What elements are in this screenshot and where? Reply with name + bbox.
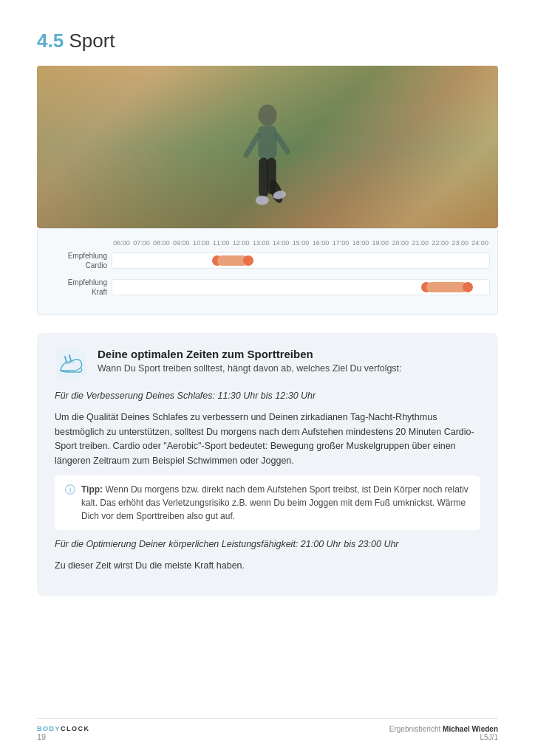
info-title: Deine optimalen Zeiten zum Sporttreiben [98, 348, 402, 360]
info-box-header: Deine optimalen Zeiten zum Sporttreiben … [55, 348, 480, 380]
footer-brand-clock: CLOCK [61, 725, 90, 732]
timeline-row-cardio: EmpfehlungCardio [45, 251, 490, 270]
hour-label-16: 22:00 [430, 239, 450, 247]
footer-report: Ergebnisbericht Michael Wieden [389, 725, 498, 733]
section2-label: Für die Optimierung Deiner körperlichen … [55, 537, 480, 551]
section1-label: Für die Verbesserung Deines Schlafes: 11… [55, 389, 480, 403]
timeline-container: 06:00 07:00 08:00 09:00 10:00 11:00 12:0… [37, 228, 498, 315]
timeline-header: 06:00 07:00 08:00 09:00 10:00 11:00 12:0… [112, 239, 490, 247]
hero-image [37, 66, 498, 228]
section-title: 4.5 Sport [37, 30, 498, 52]
hour-label-10: 16:00 [311, 239, 331, 247]
info-content: Für die Verbesserung Deines Schlafes: 11… [55, 389, 480, 574]
hour-label-17: 23:00 [450, 239, 470, 247]
hour-label-13: 19:00 [370, 239, 390, 247]
svg-line-3 [277, 135, 287, 152]
section2-body: Zu dieser Zeit wirst Du die meiste Kraft… [55, 559, 480, 573]
footer: BODYCLOCK 19 Ergebnisbericht Michael Wie… [37, 718, 498, 741]
hour-label-3: 09:00 [171, 239, 191, 247]
timeline-row-kraft: EmpfehlungKraft [45, 278, 490, 297]
footer-report-label: Ergebnisbericht [389, 725, 440, 733]
footer-right: Ergebnisbericht Michael Wieden L5J/1 [389, 725, 498, 741]
footer-brand-body: BODY [37, 725, 61, 732]
hour-label-7: 13:00 [251, 239, 271, 247]
runner-silhouette [223, 95, 312, 228]
footer-brand: BODYCLOCK [37, 725, 90, 732]
hour-label-15: 21:00 [410, 239, 430, 247]
hour-label-18: 24:00 [470, 239, 490, 247]
svg-point-7 [256, 196, 269, 205]
timeline-label-cardio: EmpfehlungCardio [45, 251, 112, 270]
tip-box: ⓘ Tipp: Wenn Du morgens bzw. direkt nach… [55, 475, 480, 530]
timeline-track-kraft [112, 279, 490, 295]
hour-label-4: 10:00 [191, 239, 211, 247]
section-number: 4.5 [37, 30, 64, 52]
hour-label-2: 08:00 [151, 239, 171, 247]
hour-label-8: 14:00 [271, 239, 291, 247]
hour-label-11: 17:00 [330, 239, 350, 247]
cardio-end-dot [243, 255, 253, 266]
footer-report-name: Michael Wieden [443, 725, 498, 733]
info-subtitle: Wann Du Sport treiben solltest, hängt da… [98, 363, 402, 374]
footer-page: 19 [37, 732, 90, 741]
svg-rect-1 [258, 126, 276, 159]
hour-label-0: 06:00 [112, 239, 132, 247]
footer-left: BODYCLOCK 19 [37, 725, 90, 741]
kraft-end-dot [463, 282, 473, 292]
hour-label-5: 11:00 [211, 239, 231, 247]
section1-body: Um die Qualität Deines Schlafes zu verbe… [55, 410, 480, 468]
section-title-word: Sport [69, 30, 115, 52]
svg-rect-4 [259, 158, 268, 198]
hour-label-9: 15:00 [291, 239, 311, 247]
footer-code: L5J/1 [389, 733, 498, 741]
kraft-bar [426, 282, 468, 292]
hour-label-6: 12:00 [231, 239, 251, 247]
info-box: Deine optimalen Zeiten zum Sporttreiben … [37, 333, 498, 596]
info-icon: ⓘ [65, 484, 75, 497]
svg-line-2 [246, 135, 258, 155]
tip-body: Wenn Du morgens bzw. direkt nach dem Auf… [81, 484, 468, 521]
svg-point-0 [258, 105, 276, 126]
info-box-titles: Deine optimalen Zeiten zum Sporttreiben … [98, 348, 402, 374]
page: 4.5 Sport 06:00 07:00 [0, 0, 535, 756]
shoe-icon [55, 348, 87, 380]
timeline-label-kraft: EmpfehlungKraft [45, 278, 112, 297]
hour-label-1: 07:00 [132, 239, 151, 247]
hour-label-12: 18:00 [350, 239, 370, 247]
hour-label-14: 20:00 [390, 239, 410, 247]
tip-label: Tipp: [81, 484, 103, 495]
tip-text: Tipp: Wenn Du morgens bzw. direkt nach d… [81, 483, 470, 523]
timeline-track-cardio [112, 252, 490, 269]
